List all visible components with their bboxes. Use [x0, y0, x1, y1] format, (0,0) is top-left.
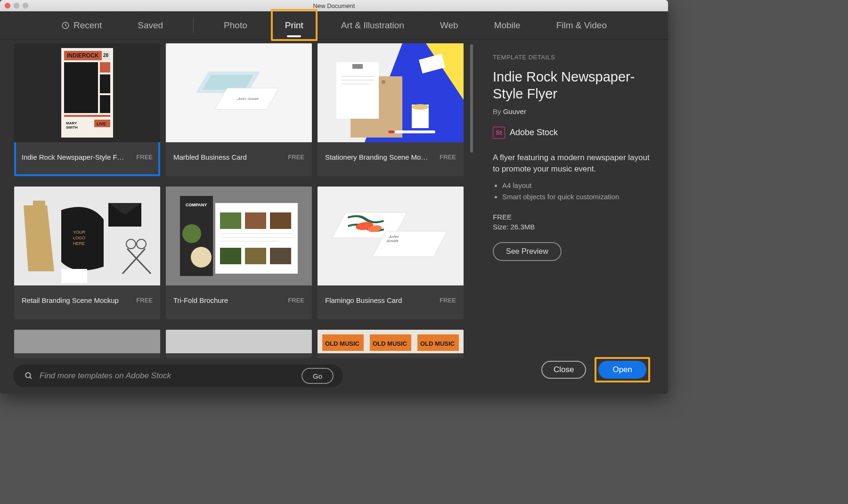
svg-text:LIVE: LIVE: [97, 122, 106, 126]
details-price: FREE: [493, 213, 650, 221]
template-thumb: INDIEROCK 28 MARY SMITH: [14, 43, 160, 142]
template-details-panel: TEMPLATE DETAILS Indie Rock Newspaper-St…: [475, 40, 668, 394]
bullet-item: A4 layout: [502, 180, 650, 191]
clock-icon: [61, 21, 70, 30]
template-title: Indie Rock Newspaper-Style Flyer: [22, 153, 125, 161]
svg-rect-56: [220, 212, 241, 229]
svg-text:John: John: [388, 235, 400, 239]
details-bullets: A4 layout Smart objects for quick custom…: [493, 180, 650, 203]
svg-rect-49: [61, 269, 87, 283]
category-tabs: Recent Saved Photo Print Art & Illustrat…: [0, 11, 668, 40]
template-title: Marbled Business Card: [173, 153, 247, 161]
search-field[interactable]: Find more templates on Adobe Stock Go: [13, 365, 343, 387]
adobe-stock-row[interactable]: St Adobe Stock: [493, 127, 650, 139]
template-thumb: [14, 330, 160, 353]
svg-point-81: [25, 373, 31, 378]
svg-rect-7: [64, 62, 98, 113]
see-preview-button[interactable]: See Preview: [493, 242, 562, 261]
svg-text:HERE: HERE: [73, 241, 85, 246]
svg-text:LOGO: LOGO: [73, 236, 85, 240]
svg-text:28: 28: [103, 53, 109, 58]
tab-label: Art & Illustration: [341, 20, 404, 31]
tab-print[interactable]: Print: [279, 17, 309, 33]
tab-recent[interactable]: Recent: [56, 17, 107, 33]
template-card[interactable]: Stationery Branding Scene Mock… FREE: [318, 43, 464, 176]
template-badge: FREE: [288, 154, 304, 161]
adobe-stock-icon: St: [493, 127, 505, 139]
traffic-lights: [5, 3, 28, 8]
svg-rect-27: [336, 62, 379, 119]
tab-saved[interactable]: Saved: [132, 17, 169, 33]
svg-text:INDIEROCK: INDIEROCK: [67, 52, 99, 59]
svg-rect-64: [270, 248, 291, 264]
svg-line-82: [30, 377, 32, 379]
tab-mobile[interactable]: Mobile: [489, 17, 526, 33]
titlebar: New Document: [0, 0, 668, 11]
template-card[interactable]: John Smith Marbled Business Card FREE: [166, 43, 312, 176]
tab-label: Web: [440, 20, 458, 31]
svg-text:OLD MUSIC: OLD MUSIC: [420, 340, 455, 347]
details-size: Size: 26.3MB: [493, 223, 650, 231]
tab-web[interactable]: Web: [434, 17, 464, 33]
adobe-stock-label: Adobe Stock: [510, 128, 558, 138]
template-card[interactable]: John Smith Flamingo Business Card FREE: [318, 187, 464, 319]
svg-text:YOUR: YOUR: [73, 230, 86, 235]
svg-rect-62: [220, 248, 241, 264]
search-bar: Find more templates on Adobe Stock Go: [0, 358, 475, 394]
open-button[interactable]: Open: [598, 361, 646, 379]
template-card[interactable]: [166, 330, 312, 358]
svg-rect-57: [245, 212, 266, 229]
tab-label: Photo: [224, 20, 247, 31]
svg-rect-28: [352, 64, 363, 69]
svg-rect-73: [166, 330, 312, 353]
svg-text:MARY: MARY: [66, 121, 77, 125]
template-card[interactable]: COMPANY: [166, 187, 312, 319]
template-card[interactable]: OLD MUSIC OLD MUSIC OLD MUSIC: [318, 330, 464, 358]
tab-label: Mobile: [494, 20, 521, 31]
svg-rect-72: [14, 330, 160, 353]
gallery-scrollbar[interactable]: [470, 44, 473, 350]
svg-point-33: [412, 104, 429, 110]
template-thumb: John Smith: [166, 43, 312, 142]
tab-label: Film & Video: [556, 20, 607, 31]
scrollbar-thumb[interactable]: [470, 44, 473, 153]
close-window-icon[interactable]: [5, 3, 10, 8]
close-button[interactable]: Close: [541, 361, 586, 379]
template-card[interactable]: [14, 330, 160, 358]
svg-text:COMPANY: COMPANY: [186, 203, 207, 207]
template-thumb: COMPANY: [166, 187, 312, 285]
svg-point-53: [182, 224, 201, 243]
svg-text:John Smith: John Smith: [236, 98, 260, 101]
bullet-item: Smart objects for quick customization: [502, 191, 650, 203]
template-card[interactable]: YOUR LOGO HERE: [14, 187, 160, 319]
svg-rect-39: [33, 201, 45, 209]
template-title: Stationery Branding Scene Mock…: [325, 153, 429, 161]
svg-rect-63: [245, 248, 266, 264]
template-thumb: YOUR LOGO HERE: [14, 187, 160, 285]
template-thumb: [318, 43, 464, 142]
tab-separator: [193, 18, 194, 33]
template-thumb: [166, 330, 312, 353]
details-title: Indie Rock Newspaper-Style Flyer: [493, 68, 650, 103]
svg-text:SMITH: SMITH: [66, 125, 78, 130]
search-placeholder: Find more templates on Adobe Stock: [40, 371, 295, 381]
svg-rect-8: [100, 62, 110, 73]
go-button[interactable]: Go: [302, 368, 334, 384]
tab-film-video[interactable]: Film & Video: [551, 17, 612, 33]
svg-rect-35: [388, 130, 435, 133]
tab-photo[interactable]: Photo: [218, 17, 253, 33]
details-label: TEMPLATE DETAILS: [493, 54, 650, 61]
svg-rect-11: [64, 115, 110, 117]
window-title: New Document: [313, 2, 355, 9]
tab-label: Print: [285, 20, 303, 31]
template-card[interactable]: INDIEROCK 28 MARY SMITH: [14, 43, 160, 176]
svg-point-54: [191, 247, 212, 268]
template-badge: FREE: [288, 297, 304, 304]
template-badge: FREE: [440, 154, 456, 161]
tab-label: Saved: [138, 20, 163, 31]
template-badge: FREE: [136, 154, 153, 161]
template-thumb: John Smith: [318, 187, 464, 285]
template-badge: FREE: [136, 297, 153, 304]
tab-art-illustration[interactable]: Art & Illustration: [335, 17, 410, 33]
zoom-window-icon: [23, 3, 28, 8]
